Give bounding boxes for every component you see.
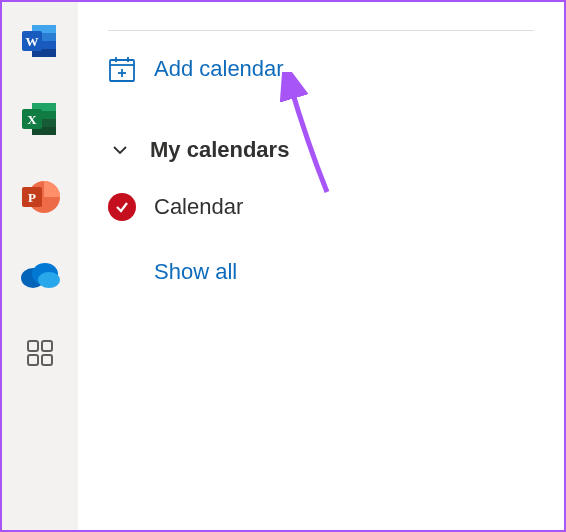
- add-calendar-button[interactable]: Add calendar: [108, 55, 534, 83]
- divider: [108, 30, 534, 31]
- svg-point-19: [38, 272, 60, 288]
- calendar-sidebar: Add calendar My calendars Calendar Show …: [78, 2, 564, 530]
- svg-text:P: P: [28, 190, 36, 205]
- show-all-link[interactable]: Show all: [154, 259, 534, 285]
- calendar-label: Calendar: [154, 194, 243, 220]
- my-calendars-section[interactable]: My calendars: [108, 137, 534, 163]
- svg-rect-23: [42, 355, 52, 365]
- onedrive-app-icon[interactable]: [19, 254, 61, 296]
- apps-grid-icon[interactable]: [19, 332, 61, 374]
- add-calendar-label: Add calendar: [154, 56, 284, 82]
- powerpoint-app-icon[interactable]: P: [19, 176, 61, 218]
- calendar-item[interactable]: Calendar: [108, 193, 534, 221]
- chevron-down-icon: [108, 138, 132, 162]
- add-calendar-icon: [108, 55, 136, 83]
- word-app-icon[interactable]: W: [19, 20, 61, 62]
- svg-text:W: W: [26, 34, 39, 49]
- svg-rect-22: [28, 355, 38, 365]
- excel-app-icon[interactable]: X: [19, 98, 61, 140]
- svg-rect-20: [28, 341, 38, 351]
- app-rail: W X P: [2, 2, 78, 530]
- svg-rect-21: [42, 341, 52, 351]
- svg-text:X: X: [27, 112, 37, 127]
- section-title: My calendars: [150, 137, 289, 163]
- calendar-check-icon: [108, 193, 136, 221]
